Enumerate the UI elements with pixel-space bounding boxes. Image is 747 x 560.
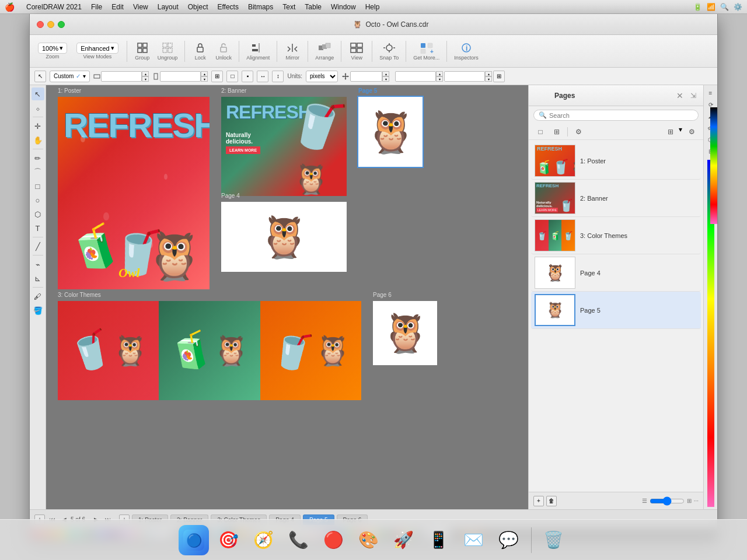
- units-select[interactable]: pixels inches mm: [306, 71, 338, 82]
- banner-learn-more[interactable]: LEARN MORE: [226, 146, 260, 154]
- pages-list-item-poster[interactable]: REFRESH 🧃 🥤 🦉 1: Poster: [531, 142, 701, 180]
- alignment-button[interactable]: Alignment: [244, 41, 272, 62]
- group-button[interactable]: Group: [132, 41, 153, 62]
- panel-search-input[interactable]: [549, 112, 693, 119]
- menu-appname[interactable]: CorelDRAW 2021: [26, 3, 82, 11]
- menu-object[interactable]: Object: [188, 3, 208, 11]
- y-spinner[interactable]: ▴ ▾: [485, 71, 492, 82]
- dock-messages[interactable]: 💬: [494, 525, 524, 555]
- dock-phone[interactable]: 📞: [284, 525, 314, 555]
- transform-tool-button[interactable]: ✛: [32, 120, 44, 132]
- minimize-button[interactable]: [47, 21, 54, 28]
- panel-close-button[interactable]: ✕: [676, 91, 683, 100]
- dock-freeform[interactable]: 🎨: [354, 525, 384, 555]
- menu-help[interactable]: Help: [365, 3, 380, 11]
- select-tool-button[interactable]: ↖: [32, 88, 44, 100]
- close-button[interactable]: [37, 21, 44, 28]
- dock-safari[interactable]: 🧭: [249, 525, 279, 555]
- view-modes-dropdown[interactable]: Enhanced ▾: [76, 43, 118, 54]
- menu-window[interactable]: Window: [331, 3, 356, 11]
- height-input[interactable]: 780,46: [160, 71, 201, 82]
- polygon-tool-button[interactable]: ⬡: [32, 208, 44, 220]
- snap-to-button[interactable]: Snap To: [377, 41, 401, 62]
- control-center-icon[interactable]: ⚙️: [734, 3, 742, 11]
- grid-view-icon[interactable]: ⊞: [687, 498, 692, 504]
- height-down-button[interactable]: ▾: [201, 76, 208, 82]
- width-spinner[interactable]: ▴ ▾: [142, 71, 149, 82]
- pan-tool-button[interactable]: ✋: [32, 134, 44, 146]
- add-page-button[interactable]: +: [533, 496, 544, 506]
- side-icon-1[interactable]: ≡: [706, 88, 716, 98]
- mirror-button[interactable]: Mirror: [282, 41, 303, 62]
- menu-effects[interactable]: Effects: [217, 3, 238, 11]
- measure-tool-button[interactable]: ⊾: [32, 272, 44, 285]
- arrows-vert-icon[interactable]: ↕: [272, 71, 284, 82]
- get-more-button[interactable]: + Get More...: [411, 41, 442, 62]
- arrows-icon[interactable]: ↔: [257, 71, 268, 82]
- arrange-button[interactable]: Arrange: [313, 41, 336, 62]
- lock-button[interactable]: Lock: [190, 41, 211, 62]
- line-tool-button[interactable]: ╱: [32, 240, 44, 253]
- pages-list-item-page5[interactable]: 🦉 Page 5: [531, 292, 701, 329]
- zoom-dropdown[interactable]: 100% ▾: [38, 43, 67, 54]
- multi-page-view-button[interactable]: ⊞: [550, 125, 564, 138]
- pages-list-item-page4[interactable]: 🦉 Page 4: [531, 254, 701, 292]
- dock-launchpad[interactable]: 🚀: [389, 525, 419, 555]
- pages-list-item-colorthemes[interactable]: 🥤 🧃 🥤 3: Color Themes: [531, 217, 701, 254]
- node-tool-button[interactable]: ⬦: [32, 102, 44, 114]
- more-options-button[interactable]: ···: [694, 498, 699, 504]
- menu-view[interactable]: View: [133, 3, 148, 11]
- dock-siri[interactable]: 🎯: [214, 525, 244, 555]
- panel-grid-view-button[interactable]: ⊞: [664, 125, 678, 138]
- menu-edit[interactable]: Edit: [111, 3, 124, 11]
- menu-layout[interactable]: Layout: [158, 3, 179, 11]
- width-input[interactable]: 780,46: [101, 71, 142, 82]
- height-spinner[interactable]: ▴ ▾: [201, 71, 208, 82]
- ellipse-tool-button[interactable]: ○: [32, 194, 44, 206]
- apple-menu[interactable]: 🍎: [5, 2, 15, 12]
- banner-page[interactable]: REFRESH Naturallydelicious. LEARN MORE 🥤…: [221, 97, 347, 196]
- zoom-slider[interactable]: [650, 496, 685, 506]
- search-icon[interactable]: 🔍: [720, 3, 729, 11]
- color-gradient-strip[interactable]: [710, 107, 717, 224]
- poster-page[interactable]: REFRESH 🧃: [58, 97, 210, 289]
- fill-tool-button[interactable]: 🪣: [32, 304, 44, 317]
- menu-table[interactable]: Table: [305, 3, 322, 11]
- y-input[interactable]: 0,0: [444, 71, 485, 82]
- nudge-spinner[interactable]: ▴ ▾: [382, 71, 389, 82]
- x-down-button[interactable]: ▾: [436, 76, 443, 82]
- page4[interactable]: 🦉: [221, 202, 347, 272]
- select-tool-icon[interactable]: ↖: [34, 71, 46, 82]
- rect-outline-icon[interactable]: □: [226, 71, 238, 82]
- panel-expand-button[interactable]: ⇲: [690, 92, 696, 100]
- menu-text[interactable]: Text: [282, 3, 295, 11]
- x-input[interactable]: 0,0: [395, 71, 436, 82]
- nudge-down-button[interactable]: ▾: [382, 76, 389, 82]
- panel-settings-button[interactable]: ⚙: [571, 125, 585, 138]
- width-down-button[interactable]: ▾: [142, 76, 149, 82]
- nudge-input[interactable]: 10,0 px: [350, 71, 382, 82]
- color-themes-page[interactable]: 🥤 🦉 🧃 🦉 🥤 🦉: [58, 301, 361, 400]
- dock-trash[interactable]: 🗑️: [539, 525, 569, 555]
- view-button[interactable]: View: [346, 41, 367, 62]
- inspectors-button[interactable]: i Inspectors: [452, 41, 481, 62]
- rect-fill-icon[interactable]: ▪: [242, 71, 253, 82]
- preset-dropdown[interactable]: Custom ✓ ▾: [50, 71, 90, 82]
- single-page-view-button[interactable]: □: [533, 125, 547, 138]
- menu-file[interactable]: File: [91, 3, 102, 11]
- dock-focus[interactable]: 🔴: [319, 525, 349, 555]
- xy-lock-icon[interactable]: ⊞: [493, 71, 505, 82]
- height-up-button[interactable]: ▴: [201, 71, 208, 76]
- dock-mail[interactable]: ✉️: [459, 525, 489, 555]
- x-up-button[interactable]: ▴: [436, 71, 443, 76]
- ungroup-button[interactable]: Ungroup: [155, 41, 180, 62]
- panel-dropdown-arrow[interactable]: ▾: [679, 125, 682, 138]
- dock-appstore[interactable]: 📱: [424, 525, 454, 555]
- freehand-tool-button[interactable]: ✏: [32, 152, 44, 164]
- nudge-up-button[interactable]: ▴: [382, 71, 389, 76]
- x-spinner[interactable]: ▴ ▾: [436, 71, 443, 82]
- bezier-tool-button[interactable]: ⌒: [32, 166, 44, 178]
- rect-tool-button[interactable]: □: [32, 180, 44, 192]
- unlock-button[interactable]: Unlock: [213, 41, 234, 62]
- eyedropper-tool-button[interactable]: 🖋: [32, 290, 44, 303]
